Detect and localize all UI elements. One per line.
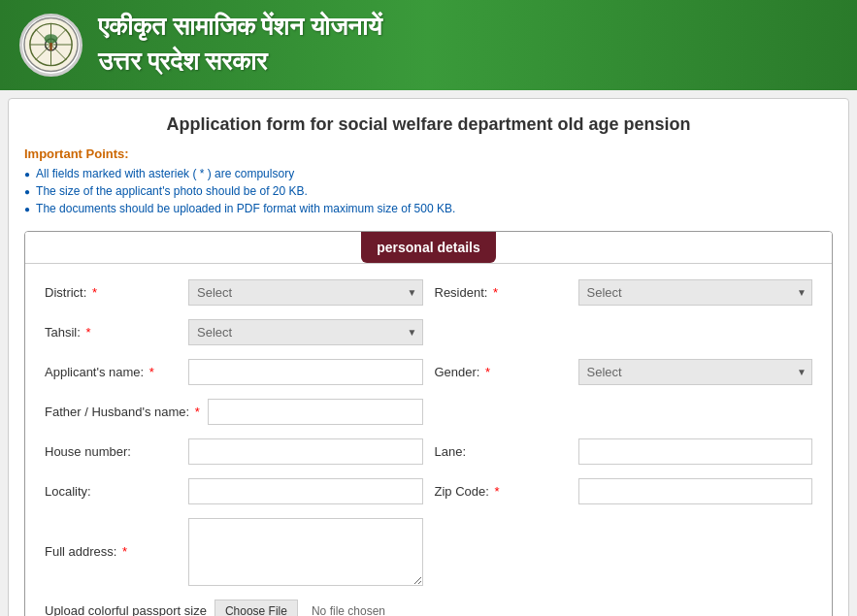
header-text: एकीकृत सामाजिक पेंशन योजनायें उत्तर प्रद… <box>98 10 381 81</box>
page-title: Application form for social welfare depa… <box>24 114 833 135</box>
row-father-husband: Father / Husband's name: * <box>45 399 812 425</box>
info-list: All fields marked with asteriek ( * ) ar… <box>24 167 833 215</box>
resident-required: * <box>493 285 498 300</box>
locality-group: Locality: <box>45 478 423 504</box>
father-husband-input[interactable] <box>208 399 423 425</box>
applicant-name-group: Applicant's name: * <box>45 359 423 385</box>
info-point-3: The documents should be uploaded in PDF … <box>24 202 833 215</box>
main-content: Application form for social welfare depa… <box>8 98 849 616</box>
row-upload: Upload colorful passport size Choose Fil… <box>45 600 812 616</box>
tahsil-required: * <box>85 325 90 340</box>
father-husband-group: Father / Husband's name: * <box>45 399 423 425</box>
resident-label: Resident: * <box>435 285 571 300</box>
lane-group: Lane: <box>435 438 813 465</box>
svg-point-7 <box>45 35 58 45</box>
row-locality-zip: Locality: Zip Code: * <box>45 478 812 504</box>
gender-select-wrapper: Select ▼ <box>578 359 813 385</box>
gender-label: Gender: * <box>435 365 571 379</box>
upload-label: Upload colorful passport size <box>45 603 207 616</box>
full-address-group: Full address: * <box>45 518 423 586</box>
application-form: personal details District: * Select ▼ <box>24 231 833 616</box>
row-full-address: Full address: * <box>45 518 812 586</box>
section-header: personal details <box>361 232 496 263</box>
gender-required: * <box>485 365 490 379</box>
house-number-input[interactable] <box>188 438 423 465</box>
zip-code-group: Zip Code: * <box>435 478 813 504</box>
full-address-required: * <box>122 544 127 559</box>
info-point-1: All fields marked with asteriek ( * ) ar… <box>24 167 833 180</box>
locality-input[interactable] <box>188 478 423 504</box>
info-point-2: The size of the applicant's photo should… <box>24 184 833 198</box>
tahsil-label: Tahsil: * <box>45 325 181 340</box>
row-tahsil: Tahsil: * Select ▼ <box>45 319 812 345</box>
applicant-name-required: * <box>149 365 154 379</box>
full-address-textarea[interactable] <box>188 518 423 586</box>
svg-rect-8 <box>49 43 52 50</box>
upload-group: Upload colorful passport size Choose Fil… <box>45 600 812 616</box>
full-address-label: Full address: * <box>45 544 181 559</box>
district-select-wrapper: Select ▼ <box>188 279 423 306</box>
row-name-gender: Applicant's name: * Gender: * Select ▼ <box>45 359 812 385</box>
gender-select[interactable]: Select <box>578 359 813 385</box>
header-title-line1: एकीकृत सामाजिक पेंशन योजनायें <box>98 10 381 45</box>
row-house-lane: House number: Lane: <box>45 438 812 465</box>
section-header-wrap: personal details <box>25 232 832 264</box>
house-number-label: House number: <box>45 444 181 459</box>
zip-code-label: Zip Code: * <box>435 484 571 499</box>
district-label: District: * <box>45 285 181 300</box>
district-group: District: * Select ▼ <box>45 279 423 306</box>
tahsil-select[interactable]: Select <box>188 319 423 345</box>
form-body: District: * Select ▼ Resident: * <box>25 264 832 616</box>
row-district-resident: District: * Select ▼ Resident: * <box>45 279 812 306</box>
lane-label: Lane: <box>435 444 571 459</box>
gender-group: Gender: * Select ▼ <box>435 359 813 385</box>
locality-label: Locality: <box>45 484 181 499</box>
resident-group: Resident: * Select ▼ <box>435 279 813 306</box>
applicant-name-label: Applicant's name: * <box>45 365 181 379</box>
applicant-name-input[interactable] <box>188 359 423 385</box>
zip-code-input[interactable] <box>578 478 813 504</box>
house-number-group: House number: <box>45 438 423 465</box>
resident-select[interactable]: Select <box>578 279 813 306</box>
district-required: * <box>92 285 97 300</box>
site-header: एकीकृत सामाजिक पेंशन योजनायें उत्तर प्रद… <box>0 0 857 90</box>
upload-note: No file chosen <box>312 604 385 616</box>
government-logo <box>19 14 82 77</box>
upload-button[interactable]: Choose File <box>214 600 298 616</box>
lane-input[interactable] <box>578 438 813 465</box>
father-husband-label: Father / Husband's name: * <box>45 405 200 419</box>
resident-select-wrapper: Select ▼ <box>578 279 813 306</box>
tahsil-select-wrapper: Select ▼ <box>188 319 423 345</box>
important-heading: Important Points: <box>24 146 833 161</box>
tahsil-group: Tahsil: * Select ▼ <box>45 319 423 345</box>
district-select[interactable]: Select <box>188 279 423 306</box>
header-title-line2: उत्तर प्रदेश सरकार <box>98 45 381 80</box>
zip-required: * <box>495 484 500 499</box>
father-husband-required: * <box>195 405 200 419</box>
